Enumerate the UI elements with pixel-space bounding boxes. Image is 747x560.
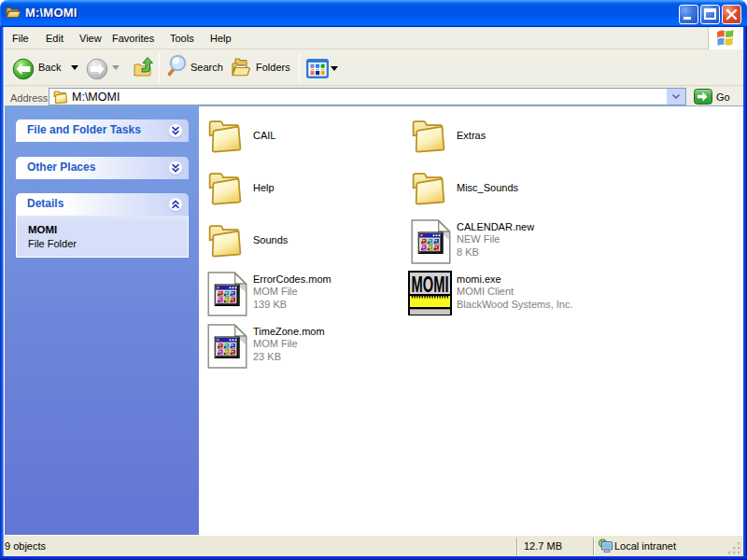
svg-text:MOMI: MOMI (412, 272, 449, 297)
